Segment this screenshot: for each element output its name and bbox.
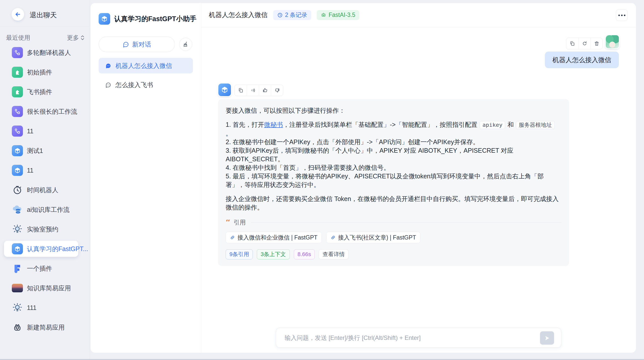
answer-step-5: 5. 最后，填写环境变量，将微秘书的APIKey、APISECRET以及企微to…: [226, 172, 561, 189]
citation-link[interactable]: 接入飞书(社区文章) | FastGPT: [326, 232, 420, 243]
chat-bubble-outline-icon: [105, 82, 111, 88]
sidebar-item-app[interactable]: 111: [0, 298, 90, 317]
citation-link[interactable]: 接入微信和企业微信 | FastGPT: [226, 232, 322, 243]
sidebar-item-app-selected[interactable]: 认真学习的FastGPT...: [0, 239, 90, 259]
retry-icon[interactable]: [578, 38, 590, 49]
delete-icon[interactable]: [590, 38, 602, 49]
sidebar-item-app[interactable]: 时间机器人: [0, 180, 90, 200]
answer-step-1: 1. 首先，打开微秘书，注册登录后找到菜单栏「基础配置」->「智能配置」，按照指…: [226, 120, 561, 138]
answer-step-2: 2. 在微秘书中创建一个APIKey，点击「外部使用」->「API访问」创建一个…: [226, 138, 561, 146]
history-item[interactable]: 怎么接入飞书: [99, 77, 193, 93]
sidebar-item-app[interactable]: 飞书插件: [0, 82, 90, 102]
photo-thumbnail-icon: [12, 284, 23, 292]
chat-title: 机器人怎么接入微信: [209, 11, 268, 19]
knowledge-cloud-icon: [12, 204, 23, 215]
assistant-avatar[interactable]: [218, 84, 231, 96]
response-meta-tags: 9条引用 3条上下文 8.66s 查看详情: [226, 249, 561, 259]
robot-icon: [12, 322, 23, 333]
app-title: 认真学习的FastGPT小助手: [114, 14, 196, 23]
quote-icon: “: [226, 220, 231, 225]
answer-footer: 接入企业微信时，还需要购买企业微信 Token，在微秘书的会员开通栏目中自行购买…: [226, 194, 561, 212]
view-details-button[interactable]: 查看详情: [319, 249, 348, 259]
more-options-button[interactable]: [616, 10, 628, 21]
user-avatar[interactable]: [606, 35, 619, 48]
quote-section-header: “ 引用: [226, 218, 561, 227]
citations-count-tag[interactable]: 9条引用: [226, 249, 253, 259]
clock-badge-icon: [277, 12, 283, 18]
back-arrow-icon: [15, 11, 21, 18]
clock-icon: [12, 184, 23, 195]
thumbs-up-icon[interactable]: [259, 85, 271, 96]
new-chat-button[interactable]: 新对话: [99, 36, 175, 52]
records-badge[interactable]: 2 条记录: [273, 10, 311, 20]
weimishu-link[interactable]: 微秘书: [264, 121, 283, 128]
broom-icon: [182, 41, 189, 48]
duration-tag[interactable]: 8.66s: [294, 249, 315, 259]
app-sidebar: 退出聊天 最近使用 更多 多轮翻译机器人 初始插件 飞书插件 很长很长的工: [0, 0, 90, 360]
sidebar-item-app[interactable]: ai知识库工作流: [0, 200, 90, 219]
more-label: 更多: [67, 34, 79, 42]
message-input[interactable]: [285, 328, 506, 347]
model-badge[interactable]: FastAI-3.5: [317, 10, 359, 20]
app-header: 认真学习的FastGPT小助手: [99, 13, 196, 25]
sidebar-item-app[interactable]: 11: [0, 121, 90, 141]
user-message-bubble: 机器人怎么接入微信: [545, 52, 619, 68]
more-apps-button[interactable]: 更多: [67, 34, 85, 42]
sidebar-item-app[interactable]: 初始插件: [0, 62, 90, 82]
answer-intro: 要接入微信，可以按照以下步骤进行操作：: [226, 106, 561, 115]
app-cube-icon: [99, 13, 110, 25]
fastgpt-logo-icon: [12, 263, 23, 274]
main-card: 认真学习的FastGPT小助手 新对话 机器人怎么接入微信 怎么接入飞书 机: [91, 3, 636, 353]
send-button[interactable]: [540, 331, 554, 345]
answer-step-4: 4. 在微秘书中找到「首页」，扫码登录需要接入的微信号。: [226, 163, 561, 172]
message-input-bar: [276, 328, 561, 348]
sidebar-item-app[interactable]: 测试1: [0, 141, 90, 161]
context-count-tag[interactable]: 3条上下文: [257, 249, 290, 259]
sidebar-item-app[interactable]: 一个插件: [0, 259, 90, 278]
bulb-icon: [12, 224, 23, 235]
thumbs-down-icon[interactable]: [271, 85, 283, 96]
sidebar-item-app[interactable]: 多轮翻译机器人: [0, 43, 90, 62]
assistant-message-toolbar: [234, 85, 283, 96]
link-icon: [230, 235, 235, 240]
sidebar-item-app[interactable]: 11: [0, 161, 90, 180]
robot-badge-icon: [321, 12, 326, 18]
link-icon: [331, 235, 336, 240]
workflow-icon: [12, 106, 23, 117]
new-chat-label: 新对话: [132, 40, 151, 49]
copy-icon[interactable]: [566, 38, 578, 49]
history-item-selected[interactable]: 机器人怎么接入微信: [99, 58, 193, 73]
chat-history-panel: 认真学习的FastGPT小助手 新对话 机器人怎么接入微信 怎么接入飞书: [91, 3, 201, 353]
answer-step-3: 3. 获取到APIKey后，填写到微秘书的「个人中心」中，APIKEY 对应 A…: [226, 146, 561, 163]
workflow-icon: [12, 126, 23, 137]
clear-history-button[interactable]: [179, 38, 192, 51]
copy-icon[interactable]: [235, 85, 247, 96]
citation-list: 接入微信和企业微信 | FastGPT 接入飞书(社区文章) | FastGPT: [226, 232, 561, 243]
cube-icon: [12, 145, 23, 156]
bulb-icon: [12, 302, 23, 313]
sidebar-item-app[interactable]: 实验室预约: [0, 219, 90, 239]
plugin-icon: [12, 67, 23, 78]
send-icon: [544, 335, 550, 341]
cube-icon: [12, 165, 23, 176]
chat-header: 机器人怎么接入微信 2 条记录 FastAI-3.5: [201, 3, 636, 27]
user-message-toolbar: [566, 38, 603, 49]
sidebar-item-app[interactable]: 知识库简易应用: [0, 278, 90, 298]
assistant-message-bubble: 要接入微信，可以按照以下步骤进行操作： 1. 首先，打开微秘书，注册登录后找到菜…: [218, 99, 569, 266]
window-bottom-edge: [0, 359, 644, 360]
chat-main: 机器人怎么接入微信 2 条记录 FastAI-3.5 机器人怎么接入微信: [201, 3, 636, 353]
exit-chat-button[interactable]: [12, 8, 24, 21]
sidebar-header: 退出聊天: [0, 0, 90, 27]
app-list: 多轮翻译机器人 初始插件 飞书插件 很长很长的工作流 11 测试1: [0, 43, 90, 337]
sidebar-item-app[interactable]: 很长很长的工作流: [0, 102, 90, 121]
exit-chat-label: 退出聊天: [30, 11, 57, 20]
read-aloud-icon[interactable]: [247, 85, 259, 96]
sidebar-item-app[interactable]: 新建简易应用: [0, 317, 90, 337]
chat-bubble-icon: [123, 41, 129, 48]
inline-code-server-root: 服务器根地址: [516, 121, 555, 129]
workflow-icon: [12, 47, 23, 58]
chat-bubble-filled-icon: [105, 63, 111, 69]
chevron-up-down-icon: [80, 35, 85, 41]
recent-label: 最近使用: [6, 34, 30, 42]
divider: [251, 222, 561, 223]
